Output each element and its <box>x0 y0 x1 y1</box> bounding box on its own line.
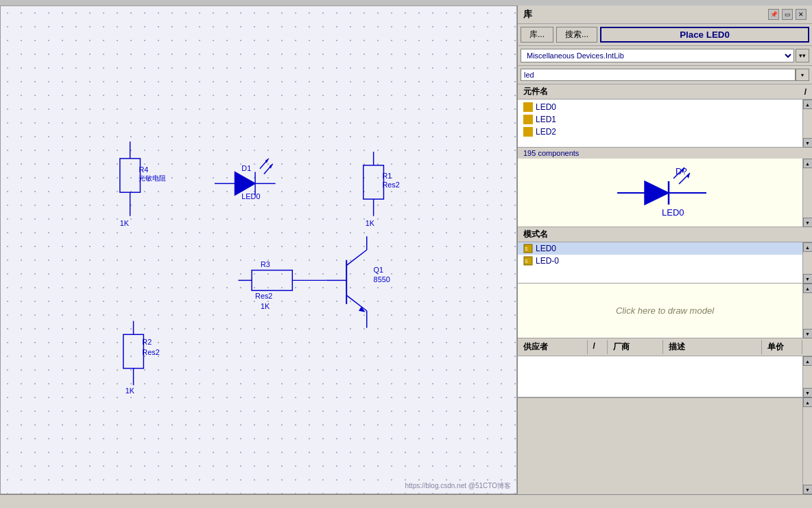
list-item[interactable]: S LED-0 <box>518 255 812 267</box>
supplier-scroll-placeholder <box>802 340 812 354</box>
search-button[interactable]: 搜索... <box>556 27 597 43</box>
list-item[interactable]: LED1 <box>518 113 812 126</box>
scroll-up-arrow[interactable]: ▲ <box>803 100 813 109</box>
svg-rect-38 <box>123 334 144 368</box>
svg-text:R1: R1 <box>382 172 392 180</box>
supplier-col-vendor: 厂商 <box>608 340 662 354</box>
draw-model-text: Click here to draw model <box>616 305 714 316</box>
supplier-header: 供应者 / 厂商 描述 单价 <box>518 338 812 356</box>
svg-text:Res2: Res2 <box>142 348 159 356</box>
model-icon: S <box>523 256 533 266</box>
component-count: 195 components <box>518 148 812 159</box>
place-button[interactable]: Place LED0 <box>600 27 809 43</box>
supplier-scrollbar[interactable]: ▲ ▼ <box>802 356 812 397</box>
panel-title: 库 <box>523 8 532 21</box>
component-q1: Q1 8550 <box>326 236 390 327</box>
supplier-table-wrapper: ▲ ▼ <box>518 356 812 397</box>
svg-text:1K: 1K <box>120 219 130 227</box>
svg-text:Res2: Res2 <box>382 181 399 189</box>
component-list-scrollbar[interactable]: ▲ ▼ <box>802 100 812 148</box>
svg-line-30 <box>346 250 367 266</box>
scroll-track <box>803 407 813 485</box>
scroll-down-arrow[interactable]: ▼ <box>803 329 813 338</box>
component-name: LED0 <box>536 102 556 112</box>
search-input[interactable] <box>521 69 796 81</box>
draw-model-scrollbar[interactable]: ▲ ▼ <box>802 284 812 338</box>
svg-text:1K: 1K <box>366 219 375 227</box>
supplier-col-desc: 描述 <box>663 340 762 354</box>
main-area: R4 光敏电阻 1K <box>0 5 812 494</box>
preview-svg: D? <box>597 162 734 224</box>
component-list[interactable]: LED0 LED1 LED2 <box>518 100 812 148</box>
scroll-down-arrow[interactable]: ▼ <box>803 388 813 397</box>
component-d1: D1 LED0 <box>215 159 276 200</box>
component-list-wrapper: LED0 LED1 LED2 ▲ <box>518 100 812 148</box>
supplier-col-sep: / <box>588 340 608 354</box>
svg-text:1K: 1K <box>126 386 135 395</box>
scroll-down-arrow[interactable]: ▼ <box>803 274 813 284</box>
supplier-table[interactable] <box>518 356 812 397</box>
schematic-canvas[interactable]: R4 光敏电阻 1K <box>0 5 517 494</box>
svg-text:LED0: LED0 <box>241 192 260 200</box>
component-icon <box>523 115 533 124</box>
panel-title-bar: 库 📌 ▭ ✕ <box>518 5 812 24</box>
svg-text:1K: 1K <box>261 302 270 310</box>
scroll-down-arrow[interactable]: ▼ <box>803 138 813 148</box>
component-list-header: 元件名 / <box>518 84 812 100</box>
bottom-panel-scrollbar[interactable]: ▲ ▼ <box>802 397 812 494</box>
svg-text:Q1: Q1 <box>374 266 383 274</box>
right-panel: 库 📌 ▭ ✕ 库... 搜索... Place LED0 Miscellane… <box>517 5 812 494</box>
search-row: ▾ <box>518 66 812 84</box>
app-container: R4 光敏电阻 1K <box>0 0 812 508</box>
panel-controls: 📌 ▭ ✕ <box>768 9 807 20</box>
component-r2: R2 Res2 1K <box>123 321 160 395</box>
component-list-title: 元件名 <box>523 86 548 97</box>
svg-text:光敏电阻: 光敏电阻 <box>139 174 166 182</box>
panel-close-btn[interactable]: ✕ <box>796 9 807 20</box>
top-bar <box>0 0 812 5</box>
scroll-track <box>803 293 813 329</box>
library-select[interactable]: Miscellaneous Devices.IntLib <box>521 49 794 62</box>
panel-float-btn[interactable]: ▭ <box>782 9 793 20</box>
svg-line-31 <box>346 295 367 311</box>
library-button[interactable]: 库... <box>521 27 553 43</box>
component-icon <box>523 102 533 112</box>
lib-toolbar: 库... 搜索... Place LED0 <box>518 24 812 46</box>
component-r4: R4 光敏电阻 1K <box>120 141 167 227</box>
preview-scrollbar[interactable]: ▲ ▼ <box>802 159 812 227</box>
scroll-down-arrow[interactable]: ▼ <box>803 218 813 227</box>
component-name: LED2 <box>536 127 556 137</box>
model-list[interactable]: S LED0 S LED-0 <box>518 242 812 284</box>
svg-text:R4: R4 <box>139 165 148 174</box>
model-list-scrollbar[interactable]: ▲ ▼ <box>802 242 812 284</box>
svg-text:8550: 8550 <box>374 275 390 284</box>
svg-rect-23 <box>252 270 292 291</box>
list-item[interactable]: LED0 <box>518 101 812 113</box>
svg-text:Res2: Res2 <box>255 292 272 300</box>
schematic-svg: R4 光敏电阻 1K <box>1 6 516 494</box>
component-icon <box>523 127 533 137</box>
scroll-up-arrow[interactable]: ▲ <box>803 356 813 366</box>
component-name: LED1 <box>536 115 556 124</box>
supplier-col-name: 供应者 <box>518 340 588 354</box>
preview-area: D? <box>518 159 812 227</box>
svg-text:D1: D1 <box>241 164 251 172</box>
search-dropdown-btn[interactable]: ▾ <box>796 69 809 81</box>
draw-model-area[interactable]: Click here to draw model <box>518 284 812 338</box>
list-item[interactable]: LED2 <box>518 126 812 138</box>
scroll-track <box>803 252 813 274</box>
panel-pin-btn[interactable]: 📌 <box>768 9 779 20</box>
svg-rect-17 <box>363 165 384 199</box>
list-item[interactable]: S LED0 <box>518 242 812 255</box>
scroll-up-arrow[interactable]: ▲ <box>803 284 813 293</box>
scroll-up-arrow[interactable]: ▲ <box>803 397 813 407</box>
scroll-up-arrow[interactable]: ▲ <box>803 159 813 168</box>
component-list-inner: LED0 LED1 LED2 <box>518 100 812 139</box>
scroll-down-arrow[interactable]: ▼ <box>803 485 813 494</box>
scroll-track <box>803 109 813 138</box>
svg-text:S: S <box>525 246 528 251</box>
svg-text:LED0: LED0 <box>662 207 684 218</box>
scroll-up-arrow[interactable]: ▲ <box>803 242 813 252</box>
library-more-btn[interactable]: ▾▾ <box>796 49 809 62</box>
bottom-panel <box>518 397 812 398</box>
